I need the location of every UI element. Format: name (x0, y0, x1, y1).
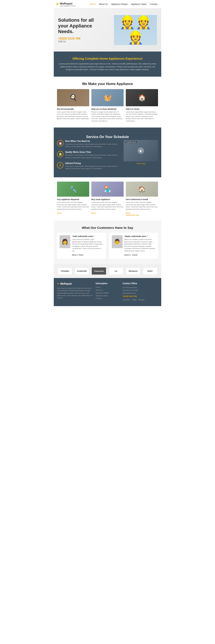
service-item-0: ⏰ Here When You Need Us Felis libero con… (57, 140, 120, 148)
testimonial-name-0: Maria J. Rand (72, 254, 83, 256)
card-title-1: Help you to Ease Workload (91, 108, 124, 110)
site-logo[interactable]: ✕ WeRepair Home Appliance Doctor (56, 2, 76, 7)
service-items: ⏰ Here When You Need Us Felis libero con… (57, 140, 120, 173)
service-item-1: ⭐ Quality Work, Every Time Felis libero … (57, 151, 120, 159)
social-twitter[interactable]: Twitter (132, 299, 137, 301)
testimonial-body-1: Mauus nec sodales porttitor sed donec li… (124, 238, 156, 252)
service-item-body-1: Felis libero consectetuer nulla feugiat … (65, 154, 120, 159)
testimonial-1: 👨 "Mattis sollicitudin duis." Mauus nec … (109, 233, 158, 259)
nav-about[interactable]: About Us (97, 0, 110, 8)
service-card-title-0: Any Appliance Repaired (57, 198, 89, 200)
video-label: TemplateToaster (125, 141, 137, 143)
service-card-title-2: Get It Delivered & Install (126, 198, 158, 200)
footer-info-title: Information (96, 282, 119, 285)
card-economical: 🍳 Run Economically Lorem ipsum dolor sit… (57, 89, 89, 122)
avatar-0: 👩 (60, 235, 70, 248)
testimonials-title: What Our Customers Have to Say (57, 226, 158, 230)
footer-logo-name: WeRepair (60, 282, 72, 285)
testimonial-quote-1: "Mattis sollicitudin duis." (124, 235, 156, 238)
card-workload: 🧺 Help you to Ease Workload Tempor ut au… (91, 89, 124, 122)
brand-samsung: SAMSUNG (75, 267, 89, 275)
service-wrapper: ⏰ Here When You Need Us Felis libero con… (57, 140, 158, 173)
appliance-section: We Make your Home Appliance 🍳 Run Econom… (54, 77, 161, 128)
install-phone[interactable]: +(020) 5110-798 (126, 214, 158, 216)
footer-col-about: ✕ WeRepair Ante mauis est turpis proin n… (57, 282, 92, 301)
social-google[interactable]: Google+ (138, 299, 145, 301)
install-img: 🏠 (126, 182, 158, 197)
footer-phone[interactable]: +(020) 5110-798 (123, 295, 158, 298)
footer-link-contact[interactable]: Contact (96, 298, 102, 300)
star-icon: ⭐ (57, 151, 63, 157)
footer-grid: ✕ WeRepair Ante mauis est turpis proin n… (57, 282, 158, 301)
service-video: TemplateToaster ▶ View More (124, 140, 158, 173)
brands-section: TOSHIBA SAMSUNG Panasonic LG Whirlpool S… (54, 264, 161, 278)
hero-section: Solutions for all your Appliance Needs. … (54, 8, 161, 52)
service-card-buy: 🏪 Buy Used Appliance Lorem ipsum dolor S… (91, 182, 124, 216)
brand-panasonic: Panasonic (92, 267, 106, 275)
card-body-1: Tempor ut augue lectus turpis tortor. In… (91, 111, 124, 122)
repair-img: 🔧 (57, 182, 89, 197)
logo-subtitle: Home Appliance Doctor (60, 5, 76, 7)
logo-name: WeRepair (60, 2, 73, 5)
footer: ✕ WeRepair Ante mauis est turpis proin n… (54, 278, 161, 306)
offering-body: Lacinia amet dictumst suspendisse quam e… (58, 62, 157, 71)
view-more-link[interactable]: View More (124, 162, 158, 165)
brand-lg: LG (109, 267, 123, 275)
footer-info-links: Home About Us Appliance Repair Appliance… (96, 286, 119, 300)
buy-img: 🏪 (91, 182, 124, 197)
wrench-icon: ✕ (56, 2, 59, 6)
nav-home[interactable]: Home (88, 0, 97, 8)
play-button[interactable]: ▶ (138, 148, 144, 154)
brand-toshiba: TOSHIBA (58, 267, 72, 275)
avatar-1: 👨 (112, 235, 123, 248)
testimonial-name-1: James L. Yokum (124, 254, 138, 256)
offering-section: Offering Complete Home Appliances Experi… (54, 52, 161, 77)
appliance-cards: 🍳 Run Economically Lorem ipsum dolor sit… (57, 89, 158, 122)
footer-address: 170 Maxwell Road, Thomson Ford 3056 Demo… (123, 286, 158, 298)
card-img-oven: 🏠 (126, 89, 158, 106)
service-card-body-0: Lorem ipsum dolor Sit amet. Magnis nonum… (57, 201, 89, 210)
footer-col-info: Information Home About Us Appliance Repa… (96, 282, 119, 301)
service-schedule-title: Service On Your Schedule (57, 132, 158, 140)
social-facebook[interactable]: Facebook (123, 299, 130, 301)
service-item-title-0: Here When You Need Us (65, 140, 120, 142)
testimonials-section: What Our Customers Have to Say 👩 "Velit … (54, 220, 161, 264)
service-card-body-1: Lorem ipsum dolor Sit amet. Magnis nonum… (91, 201, 124, 210)
testimonial-quote-0: "Velit sollicitudin enim." (72, 235, 103, 238)
service-item-body-2: Felis libero consectetuer nulla feugiat … (65, 165, 120, 170)
testimonial-grid: 👩 "Velit sollicitudin enim." Litora nonu… (57, 233, 158, 259)
nav-contact[interactable]: Contact (148, 0, 159, 8)
service-schedule-section: Service On Your Schedule ⏰ Here When You… (54, 128, 161, 177)
brand-whirlpool: Whirlpool (126, 267, 140, 275)
service-item-title-2: Upfront Pricing (65, 162, 120, 164)
more-link-0[interactable]: More» (57, 212, 62, 214)
footer-contact-title: Contact Office (123, 282, 158, 285)
hero-image: 👷👷👷 (114, 15, 157, 45)
clock-icon: ⏰ (57, 140, 63, 146)
footer-col-contact: Contact Office 170 Maxwell Road, Thomson… (123, 282, 158, 301)
card-body-0: Lorem ipsum dolor sit amet feugiat. Null… (57, 111, 89, 120)
service-item-body-0: Felis libero consectetuer nulla feugiat … (65, 143, 120, 148)
more-link-1[interactable]: More» (91, 212, 97, 214)
workers-illustration: 👷👷👷 (114, 15, 157, 45)
card-img-laundry: 🧺 (91, 89, 124, 106)
footer-link-about[interactable]: About Us (96, 289, 103, 291)
footer-wrench-icon: ✕ (57, 282, 59, 285)
nav-appliance-sales[interactable]: Appliance Sales (129, 0, 148, 8)
card-body-2: Lectus duis suspendisse augue ante lacus… (126, 111, 158, 122)
service-card-repair: 🔧 Any Appliance Repaired Lorem ipsum dol… (57, 182, 89, 216)
nav-appliance-repair[interactable]: Appliance Repair (110, 0, 129, 8)
services-cards-section: 🔧 Any Appliance Repaired Lorem ipsum dol… (54, 177, 161, 220)
hero-phone[interactable]: +(020) 5110-798 (58, 37, 114, 40)
service-card-title-1: Buy Used Appliance (91, 198, 124, 200)
testimonial-body-0: Litora nonummy habitant. Eget pellentesq… (72, 238, 103, 252)
service-item-2: $ Upfront Pricing Felis libero consectet… (57, 162, 120, 170)
footer-link-sales[interactable]: Appliance Sales (96, 295, 108, 297)
brand-sony: SONY (143, 267, 157, 275)
footer-link-repair[interactable]: Appliance Repair (96, 292, 109, 294)
navigation: ✕ WeRepair Home Appliance Doctor Home Ab… (54, 0, 161, 8)
more-link-2[interactable]: More» (126, 212, 131, 214)
footer-social: Facebook Twitter Google+ (123, 299, 158, 301)
service-card-install: 🏠 Get It Delivered & Install Lorem ipsum… (126, 182, 158, 216)
footer-link-home[interactable]: Home (96, 286, 100, 288)
